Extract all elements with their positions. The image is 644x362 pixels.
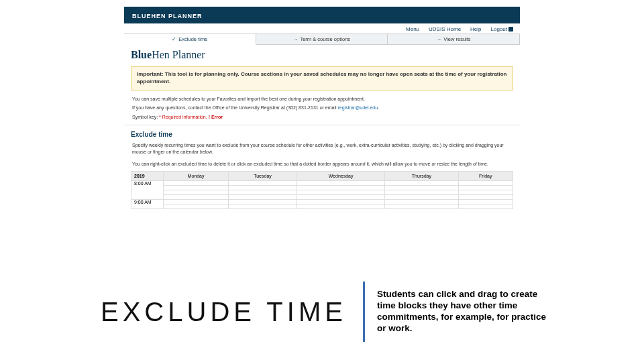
intro-line-2: If you have any questions, contact the O… (124, 102, 520, 111)
nav-menu[interactable]: Menu (406, 26, 419, 32)
app-title: BLUEHEN PLANNER (132, 13, 203, 19)
app-screenshot: BLUEHEN PLANNER Menu UDSIS Home Help Log… (124, 7, 520, 209)
tab-exclude-time[interactable]: ✓Exclude time (124, 34, 256, 45)
day-header: Friday (458, 172, 513, 181)
day-header: Tuesday (229, 172, 297, 181)
important-notice: Important: This tool is for planning onl… (131, 66, 513, 90)
calendar-year-cell: 2019 (131, 172, 164, 181)
day-header: Thursday (385, 172, 458, 181)
nav-udsis-home[interactable]: UDSIS Home (429, 26, 461, 32)
registrar-email-link[interactable]: registrar@udel.edu (337, 105, 378, 110)
arrow-right-icon: → (293, 36, 299, 42)
intro-line-1: You can save multiple schedules to your … (124, 93, 520, 103)
error-symbol: ! Error (209, 115, 223, 119)
day-header: Monday (164, 172, 229, 181)
time-label: 9:00 AM (131, 200, 164, 209)
slide-title: EXCLUDE TIME (101, 297, 347, 327)
nav-logout[interactable]: Logout (491, 26, 513, 32)
exclude-instructions-1: Specify weekly recurring times you want … (124, 139, 520, 156)
notice-text: Important: This tool is for planning onl… (137, 71, 507, 84)
check-icon: ✓ (172, 36, 176, 42)
slide-body-text: Students can click and drag to create ti… (377, 289, 551, 335)
required-symbol: * Required information, (159, 115, 209, 119)
time-label: 8:00 AM (131, 181, 164, 200)
exclude-instructions-2: You can right-click an excluded time to … (124, 158, 520, 168)
page-title: BlueHen Planner (124, 45, 520, 64)
symbol-key: Symbol key: * Required information, ! Er… (124, 111, 520, 121)
top-nav: Menu UDSIS Home Help Logout (124, 23, 520, 34)
calendar-header-row: 2019 Monday Tuesday Wednesday Thursday F… (131, 172, 513, 181)
exclude-time-calendar[interactable]: 2019 Monday Tuesday Wednesday Thursday F… (131, 171, 513, 209)
app-banner: BLUEHEN PLANNER (124, 9, 520, 23)
tab-view-results[interactable]: →View results (388, 34, 520, 45)
day-header: Wednesday (297, 172, 384, 181)
tab-term-course-options[interactable]: →Term & course options (256, 34, 388, 45)
slide-caption: EXCLUDE TIME Students can click and drag… (0, 282, 644, 342)
wizard-tabs: ✓Exclude time →Term & course options →Vi… (124, 34, 520, 45)
section-heading-exclude-time: Exclude time (124, 125, 520, 139)
divider (363, 282, 365, 342)
lock-icon (508, 27, 513, 32)
nav-help[interactable]: Help (470, 26, 481, 32)
arrow-right-icon: → (437, 36, 442, 42)
